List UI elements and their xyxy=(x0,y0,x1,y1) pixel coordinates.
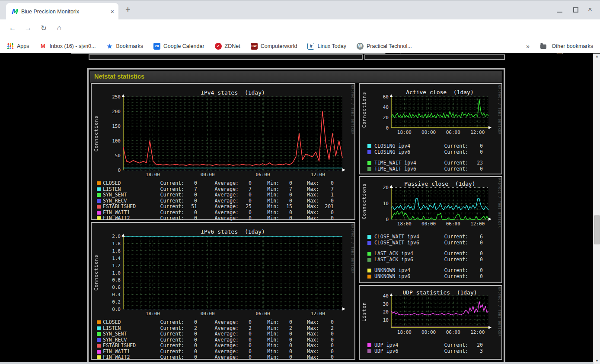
reload-button[interactable]: ↻ xyxy=(38,24,49,33)
home-button[interactable]: ⌂ xyxy=(54,24,65,32)
legend-label: TIME_WAIT ipv4 xyxy=(374,160,432,166)
section-title: Netstat statistics xyxy=(90,71,502,82)
stat-label-average: Average: xyxy=(197,180,239,186)
x-tick-label: 06:00 xyxy=(255,311,270,317)
y-tick-label: 20 xyxy=(383,115,389,120)
stat-value-min: 0 xyxy=(279,349,292,355)
scroll-down-arrow[interactable]: ▼ xyxy=(594,358,600,364)
legend-color-box xyxy=(97,355,101,359)
previous-section-panel-edge xyxy=(89,54,363,60)
stat-label-current: Current: xyxy=(151,343,184,348)
x-tick-label: 12:00 xyxy=(311,311,325,317)
rrdtool-watermark: RRDTOOL / TOBI OETIKER xyxy=(351,85,354,135)
stat-value-max: 0 xyxy=(319,337,334,343)
window-maximize-button[interactable] xyxy=(573,7,578,13)
legend-label: CLOSE_WAIT ipv4 xyxy=(374,234,432,240)
legend-gap xyxy=(367,246,483,251)
y-tick-label: 0.4 xyxy=(112,292,121,298)
stat-label-average: Average: xyxy=(197,198,239,204)
y-axis-label: Connections xyxy=(361,187,367,219)
bookmarks-right: » Other bookmarks xyxy=(526,39,593,53)
stat-value-average: 0 xyxy=(239,320,252,325)
stat-label-current: Current: xyxy=(432,348,468,354)
bookmark-label: ZDNet xyxy=(225,43,240,49)
legend-color-box xyxy=(97,332,101,336)
stat-label-current: Current: xyxy=(432,274,468,279)
browser-titlebar: M Blue Precision Monitorix × + × xyxy=(0,0,600,19)
scrollbar-thumb[interactable] xyxy=(594,215,600,244)
stat-label-current: Current: xyxy=(151,198,184,204)
back-button[interactable]: ← xyxy=(7,24,18,32)
legend-label: LISTEN xyxy=(103,326,151,331)
legend-row: FIN_WAIT1Current:0Average:0Min:0Max:0 xyxy=(97,210,334,216)
stat-value-min: 0 xyxy=(279,337,292,343)
legend-label: ESTABLISHED xyxy=(103,343,151,348)
scroll-up-arrow[interactable]: ▲ xyxy=(594,54,600,60)
y-tick-label: 2.0 xyxy=(112,234,121,239)
stat-value-average: 0 xyxy=(239,198,252,204)
stat-value-average: 0 xyxy=(239,355,252,360)
stat-label-current: Current: xyxy=(151,337,184,343)
panel-ipv4-states: IPv4 states (1day) Connections 18:0000:0… xyxy=(91,83,355,220)
stat-value-min: 0 xyxy=(279,343,292,348)
bookmark-computerworld[interactable]: CWComputerworld xyxy=(251,43,297,50)
panel-passive-close: Passive close (1day) Connections 18:0000… xyxy=(359,176,502,283)
legend-label: UNKNOWN ipv4 xyxy=(374,268,432,273)
legend-row: CLOSEDCurrent:0Average:0Min:0Max:0 xyxy=(97,180,334,187)
legend-row: FIN_WAIT2Current:0Average:0Min:0Max:0 xyxy=(97,355,334,361)
stat-value-current: 0 xyxy=(468,240,483,246)
y-axis-label: Connections xyxy=(93,97,99,170)
bookmark-google-calendar[interactable]: 28Google Calendar xyxy=(153,43,204,50)
legend-row: SYN_SENTCurrent:0Average:0Min:0Max:0 xyxy=(97,331,334,337)
monitorix-favicon: M xyxy=(11,8,18,16)
x-tick-label: 06:00 xyxy=(446,130,460,135)
y-tick-label: 20 xyxy=(383,185,389,190)
x-axis-arrow xyxy=(488,218,491,221)
legend-color-box xyxy=(367,275,371,279)
stat-value-current: 0 xyxy=(468,149,483,155)
tab-title: Blue Precision Monitorix xyxy=(21,9,106,15)
bookmark-inbox-16-sjvn0[interactable]: MInbox (16) - sjvn0... xyxy=(40,43,96,50)
legend-color-box xyxy=(367,258,371,262)
stat-value-max: 0 xyxy=(319,343,334,348)
stat-label-max: Max: xyxy=(292,187,319,192)
legend-row: LISTENCurrent:2Average:2Min:2Max:2 xyxy=(97,326,334,332)
window-close-button[interactable]: × xyxy=(588,5,592,14)
bookmark-apps[interactable]: Apps xyxy=(7,43,29,50)
legend-label: CLOSED xyxy=(103,320,151,325)
y-axis-label: Connections xyxy=(93,236,99,309)
stat-label-current: Current: xyxy=(151,326,184,331)
bookmarks-overflow-icon[interactable]: » xyxy=(526,43,530,50)
other-bookmarks-button[interactable]: Other bookmarks xyxy=(552,43,593,49)
ipv6-legend: CLOSEDCurrent:0Average:0Min:0Max:0LISTEN… xyxy=(97,320,334,361)
stat-value-max: 0 xyxy=(319,349,334,355)
bookmark-bookmarks[interactable]: ★Bookmarks xyxy=(106,43,144,50)
bookmark-label: Bookmarks xyxy=(116,43,144,49)
stat-value-average: 0 xyxy=(239,331,252,337)
passive-close-chart: 18:0000:0006:0012:0001020 xyxy=(391,187,488,219)
stat-value-current: 0 xyxy=(184,337,197,343)
stat-label-current: Current: xyxy=(432,257,468,263)
stat-value-min: 0 xyxy=(279,192,292,198)
tab-close-icon[interactable]: × xyxy=(111,8,114,15)
legend-color-box xyxy=(97,320,101,324)
legend-color-box xyxy=(97,344,101,348)
stat-label-average: Average: xyxy=(197,326,239,331)
stat-label-current: Current: xyxy=(432,342,468,348)
bookmark-label: Inbox (16) - sjvn0... xyxy=(50,43,96,49)
page-scrollbar[interactable]: ▲ ▼ xyxy=(593,54,600,364)
browser-tab[interactable]: M Blue Precision Monitorix × xyxy=(6,3,118,20)
legend-row: SYN_SENTCurrent:0Average:0Min:0Max:1 xyxy=(97,192,334,198)
y-tick-label: 100 xyxy=(112,138,121,144)
stat-value-current: 3 xyxy=(468,348,483,354)
bookmark-practical-technol[interactable]: WPractical Technol... xyxy=(357,43,412,50)
legend-color-box xyxy=(97,338,101,342)
x-tick-label: 12:00 xyxy=(470,329,485,335)
new-tab-button[interactable]: + xyxy=(125,5,131,15)
forward-button[interactable]: → xyxy=(22,24,34,32)
bookmark-linux-today[interactable]: ltLinux Today xyxy=(307,43,346,50)
bookmark-zdnet[interactable]: ZZDNet xyxy=(215,43,240,50)
x-tick-label: 00:00 xyxy=(201,172,215,177)
x-tick-label: 18:00 xyxy=(397,221,412,227)
window-minimize-button[interactable] xyxy=(557,12,562,13)
